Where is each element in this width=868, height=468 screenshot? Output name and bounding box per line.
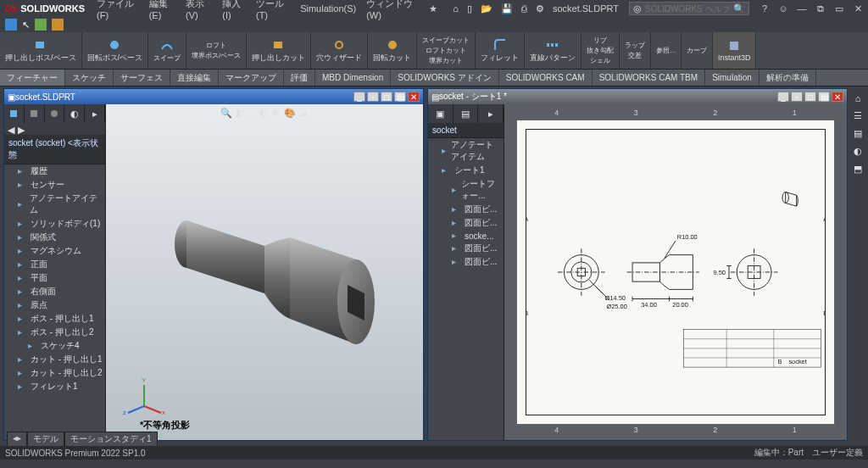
rb-revolve-boss[interactable]: 回転ボス/ベース — [82, 32, 149, 69]
drw-fm-tab-tree[interactable]: ▣ — [428, 104, 453, 123]
tree-head[interactable]: socket (socket) <表示状態 — [4, 135, 105, 164]
taskpane-custom-icon[interactable]: ⬒ — [854, 164, 862, 175]
tree-nav-back[interactable]: ◀ — [8, 125, 14, 133]
rb-curves[interactable]: カーブ — [682, 32, 713, 69]
bottab-model[interactable]: モデル — [27, 432, 64, 446]
part-win-tile[interactable]: ▤ — [394, 92, 406, 102]
menu-window[interactable]: ウィンドウ(W) — [363, 0, 422, 20]
new-icon[interactable]: ▯ — [467, 3, 472, 14]
tree-item[interactable]: ▸センサー — [4, 178, 105, 192]
taskpane-home-icon[interactable]: ⌂ — [855, 93, 861, 103]
tab-markup[interactable]: マークアップ — [219, 70, 284, 86]
part-win-maximize[interactable]: □ — [381, 92, 392, 102]
save-icon[interactable]: 💾 — [501, 3, 513, 14]
tree-item[interactable]: ▸正面 — [4, 258, 105, 271]
tree-item[interactable]: ▸右側面 — [4, 285, 105, 298]
tree-item[interactable]: ▸図面ビ... — [428, 255, 504, 269]
menu-file[interactable]: ファイル(F) — [93, 0, 142, 20]
restore-icon[interactable]: ▭ — [834, 3, 844, 14]
menu-simulation[interactable]: Simulation(S) — [297, 3, 359, 14]
drw-win-close[interactable]: ✕ — [832, 92, 843, 102]
status-units[interactable]: ユーザー定義 — [812, 447, 863, 459]
fm-tab-display[interactable]: ◐ — [64, 104, 85, 123]
open-icon[interactable]: 📂 — [481, 3, 492, 14]
print-icon[interactable]: ⎙ — [521, 3, 527, 14]
tree-item[interactable]: ▸図面ビ... — [428, 242, 504, 255]
rb-wrap-group[interactable]: ラップ交差 — [620, 32, 651, 69]
hud-hide-show-icon[interactable]: 👁 — [271, 108, 281, 119]
drw-fm-tab-more[interactable]: ▸ — [478, 104, 504, 123]
tree-item[interactable]: ▸ボス - 押し出し1 — [4, 312, 105, 326]
menu-view[interactable]: 表示(V) — [182, 0, 215, 20]
minimize-icon[interactable]: — — [797, 3, 807, 14]
arrow-cursor-icon[interactable]: ↖ — [22, 20, 30, 31]
qat-icon[interactable] — [52, 19, 64, 31]
taskpane-resources-icon[interactable]: ☰ — [854, 110, 862, 121]
bottab-arrows[interactable]: ◂▸ — [7, 432, 27, 446]
rb-hole-wizard[interactable]: 穴ウィザード — [311, 32, 368, 69]
tree-item[interactable]: ▸カット - 押し出し2 — [4, 366, 105, 380]
drawing-titlebar[interactable]: ▤ socket - シート1 * _ ▫ □ ▤ ✕ — [428, 89, 847, 104]
rb-fillet[interactable]: フィレット — [476, 32, 525, 69]
hud-appearance-icon[interactable]: 🎨 — [284, 108, 296, 119]
part-viewport[interactable]: 🔍 ◧ ⬚ ◐ 👁 🎨 ☁ — [106, 104, 423, 440]
taskpane-library-icon[interactable]: ▤ — [854, 128, 862, 139]
menu-star-icon[interactable]: ★ — [426, 3, 441, 14]
tab-analysis-prep[interactable]: 解析の準備 — [760, 70, 816, 86]
rb-loft[interactable]: ロフト境界ボス/ベース — [186, 32, 247, 69]
drawing-sheet[interactable]: 4321 4321 — [516, 120, 835, 425]
search-icon[interactable]: 🔍 — [733, 3, 745, 14]
close-icon[interactable]: ✕ — [853, 3, 863, 14]
tree-item[interactable]: ▸ボス - 押し出し2 — [4, 326, 105, 339]
tree-item[interactable]: ▸平面 — [4, 271, 105, 285]
rb-ref[interactable]: 参照... — [651, 32, 682, 69]
bottab-motion[interactable]: モーションスタディ1 — [64, 432, 158, 446]
tab-cam-tbm[interactable]: SOLIDWORKS CAM TBM — [593, 70, 706, 86]
tree-item[interactable]: ▸シート1 — [428, 164, 504, 177]
fm-tab-more[interactable]: ▸ — [85, 104, 105, 123]
qat-icon[interactable] — [35, 19, 47, 31]
drw-win-maximize[interactable]: □ — [804, 92, 816, 102]
rb-cut-group[interactable]: スイープカットロフトカット境界カット — [417, 32, 476, 69]
fm-tab-tree[interactable] — [4, 104, 25, 123]
rb-sweep[interactable]: スイープ — [148, 32, 186, 69]
hud-display-style-icon[interactable]: ◐ — [259, 108, 268, 119]
tree-item[interactable]: ▸socke... — [428, 230, 504, 242]
tree-item[interactable]: ▸アノテートアイテム — [4, 192, 105, 217]
part-win-restore[interactable]: ▫ — [367, 92, 379, 102]
qat-icon[interactable] — [5, 19, 17, 31]
hud-section-icon[interactable]: ◧ — [236, 108, 244, 119]
tree-item[interactable]: ▸原点 — [4, 298, 105, 312]
taskpane-appearance-icon[interactable]: ◐ — [854, 146, 862, 157]
settings-icon[interactable]: ⚙ — [536, 3, 544, 14]
help-search[interactable]: ◎ 🔍 — [629, 2, 749, 15]
tree-item[interactable]: ▸マグネシウム — [4, 244, 105, 258]
drawing-viewport[interactable]: 4321 4321 — [504, 104, 847, 440]
drawing-tree[interactable]: ▸アノテートアイテム▸シート1▸シートフォー...▸図面ビ...▸図面ビ...▸… — [428, 138, 504, 440]
drw-win-tile[interactable]: ▤ — [818, 92, 830, 102]
view-triad[interactable]: x Y z — [123, 372, 165, 415]
part-win-close[interactable]: ✕ — [408, 92, 420, 102]
home-icon[interactable]: ⌂ — [453, 3, 459, 14]
tree-item[interactable]: ▸ソリッドボディ(1) — [4, 217, 105, 231]
feature-tree[interactable]: ▸履歴▸センサー▸アノテートアイテム▸ソリッドボディ(1)▸関係式▸マグネシウム… — [4, 164, 105, 440]
tab-direct-edit[interactable]: 直接編集 — [170, 70, 219, 86]
drw-tree-head[interactable]: socket — [428, 123, 504, 138]
rb-instant3d[interactable]: Instant3D — [713, 32, 757, 69]
tree-nav-fwd[interactable]: ▶ — [18, 125, 25, 133]
tree-item[interactable]: ▸フィレット1 — [4, 380, 105, 393]
rb-extrude-boss[interactable]: 押し出しボス/ベース — [0, 32, 82, 69]
rb-linear-pattern[interactable]: 直線パターン — [525, 32, 581, 69]
drw-win-restore[interactable]: ▫ — [791, 92, 803, 102]
tab-evaluate[interactable]: 評価 — [284, 70, 315, 86]
tab-mbd[interactable]: MBD Dimension — [315, 70, 391, 86]
help-icon[interactable]: ? — [760, 3, 770, 14]
tab-cam[interactable]: SOLIDWORKS CAM — [499, 70, 593, 86]
rb-revolve-cut[interactable]: 回転カット — [368, 32, 417, 69]
menu-edit[interactable]: 編集(E) — [146, 0, 179, 20]
drw-fm-tab-prop[interactable]: ▤ — [453, 104, 479, 123]
tree-item[interactable]: ▸スケッチ4 — [4, 339, 105, 353]
drw-win-minimize[interactable]: _ — [777, 92, 789, 102]
tree-item[interactable]: ▸履歴 — [4, 164, 105, 178]
fm-tab-config[interactable] — [45, 104, 65, 123]
